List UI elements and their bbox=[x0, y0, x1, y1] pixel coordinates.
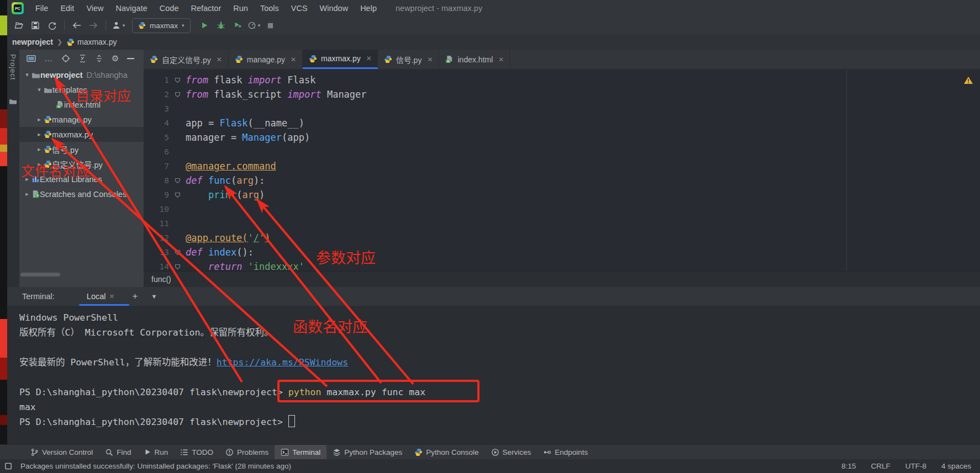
tool-button-python-packages[interactable]: Python Packages bbox=[326, 445, 408, 459]
tree-item-信号.py[interactable]: ▸信号.py bbox=[19, 142, 144, 157]
tool-button-run[interactable]: Run bbox=[138, 445, 175, 459]
chevron-down-icon[interactable]: ▼ bbox=[151, 293, 157, 300]
status-widget-CRLF[interactable]: CRLF bbox=[871, 462, 890, 470]
select-opened-file-icon[interactable] bbox=[27, 55, 36, 63]
fold-marker-icon[interactable] bbox=[169, 259, 186, 271]
layout-icon[interactable] bbox=[4, 462, 13, 470]
menu-run[interactable]: Run bbox=[227, 0, 254, 17]
run-configuration-select[interactable]: maxmax ▾ bbox=[132, 18, 191, 33]
tree-chevron-icon[interactable]: ▸ bbox=[35, 146, 44, 153]
tree-chevron-icon[interactable]: ▸ bbox=[23, 190, 31, 198]
menu-tools[interactable]: Tools bbox=[254, 0, 285, 17]
open-folder-icon[interactable] bbox=[12, 18, 26, 33]
terminal-tab-local[interactable]: Local ✕ bbox=[82, 287, 119, 306]
collapse-all-icon[interactable] bbox=[95, 54, 103, 63]
tree-item-Scratches and Consoles[interactable]: ▸Scratches and Consoles bbox=[19, 187, 144, 201]
warning-indicator-icon[interactable] bbox=[963, 76, 973, 87]
stop-icon[interactable] bbox=[264, 18, 278, 33]
tree-chevron-icon[interactable]: ▸ bbox=[23, 176, 31, 183]
tree-item-newproject[interactable]: ▾newprojectD:\shangha bbox=[19, 67, 144, 82]
fold-marker-icon[interactable] bbox=[169, 173, 186, 188]
editor-tab-信号.py[interactable]: 信号.py✕ bbox=[378, 50, 440, 69]
project-panel-toolbar: … ⚙ bbox=[19, 50, 144, 67]
code-line: 13def index(): bbox=[144, 245, 980, 259]
save-icon[interactable] bbox=[28, 18, 43, 33]
code-text: app = Flask(__name__) bbox=[186, 116, 304, 130]
new-terminal-icon[interactable]: + bbox=[133, 291, 138, 302]
status-message[interactable]: Packages uninstalled successfully: Unins… bbox=[20, 462, 291, 470]
menu-refactor[interactable]: Refactor bbox=[185, 0, 227, 17]
code-editor[interactable]: 1from flask import Flask2from flask_scri… bbox=[144, 70, 980, 271]
tool-button-services[interactable]: Services bbox=[485, 445, 538, 459]
tree-chevron-icon[interactable]: ▾ bbox=[35, 86, 44, 93]
breadcrumb-file[interactable]: maxmax.py bbox=[77, 38, 117, 46]
fold-marker-icon[interactable] bbox=[169, 87, 186, 102]
tool-button-version-control[interactable]: Version Control bbox=[24, 445, 99, 459]
close-icon[interactable]: ✕ bbox=[366, 55, 372, 62]
back-icon[interactable] bbox=[70, 18, 84, 33]
menu-edit[interactable]: Edit bbox=[54, 0, 80, 17]
run-icon[interactable] bbox=[197, 18, 212, 33]
close-icon[interactable]: ✕ bbox=[427, 56, 433, 63]
scratch-icon bbox=[31, 190, 40, 198]
line-number: 14 bbox=[144, 259, 169, 271]
close-icon[interactable]: ✕ bbox=[498, 56, 504, 63]
user-profile-icon[interactable]: ▾ bbox=[111, 18, 125, 33]
expand-all-icon[interactable] bbox=[78, 54, 87, 63]
close-icon[interactable]: ✕ bbox=[217, 56, 222, 63]
editor-tab-自定义信号.py[interactable]: 自定义信号.py✕ bbox=[144, 50, 229, 69]
status-widget-4spaces[interactable]: 4 spaces bbox=[941, 462, 971, 470]
libs-icon bbox=[31, 175, 40, 183]
menu-vcs[interactable]: VCS bbox=[285, 0, 314, 17]
tree-item-自定义信号.py[interactable]: ▸自定义信号.py bbox=[19, 157, 144, 172]
menu-navigate[interactable]: Navigate bbox=[110, 0, 154, 17]
menu-file[interactable]: File bbox=[29, 0, 54, 17]
settings-gear-icon[interactable]: ⚙ bbox=[112, 54, 119, 63]
profiler-icon[interactable]: ▾ bbox=[247, 18, 261, 33]
editor-tab-maxmax.py[interactable]: maxmax.py✕ bbox=[303, 50, 378, 69]
tree-item-maxmax.py[interactable]: ▸maxmax.py bbox=[19, 127, 144, 142]
more-options-icon[interactable]: … bbox=[44, 56, 53, 61]
menu-code[interactable]: Code bbox=[154, 0, 185, 17]
tree-chevron-icon[interactable]: ▸ bbox=[35, 161, 44, 168]
tool-button-find[interactable]: Find bbox=[99, 445, 137, 459]
tree-chevron-icon[interactable]: ▾ bbox=[23, 71, 31, 78]
editor-tab-index.html[interactable]: Hindex.html✕ bbox=[439, 50, 510, 69]
code-line: 9 print(arg) bbox=[144, 188, 980, 202]
tool-button-endpoints[interactable]: Endpoints bbox=[537, 445, 594, 459]
tree-item-External Libraries[interactable]: ▸External Libraries bbox=[19, 172, 144, 187]
editor-breadcrumb-func[interactable]: func() bbox=[151, 275, 171, 284]
editor-tab-manage.py[interactable]: manage.py✕ bbox=[229, 50, 303, 69]
tree-item-label: External Libraries bbox=[40, 175, 102, 184]
tree-chevron-icon[interactable]: ▸ bbox=[35, 131, 44, 138]
terminal-output[interactable]: Windows PowerShell版权所有（C） Microsoft Corp… bbox=[7, 306, 980, 429]
horizontal-scrollbar[interactable] bbox=[20, 273, 60, 277]
menu-help[interactable]: Help bbox=[354, 0, 383, 17]
tree-item-index.html[interactable]: Hindex.html bbox=[19, 97, 144, 112]
fold-marker-icon[interactable] bbox=[169, 73, 186, 87]
tool-button-problems[interactable]: Problems bbox=[219, 445, 275, 459]
close-icon[interactable]: ✕ bbox=[291, 56, 296, 63]
rail-project-button[interactable]: Project bbox=[9, 54, 17, 80]
locate-icon[interactable] bbox=[61, 54, 70, 63]
menu-view[interactable]: View bbox=[80, 0, 109, 17]
hide-panel-icon[interactable] bbox=[127, 57, 134, 60]
tree-item-templates[interactable]: ▾templates bbox=[19, 82, 144, 97]
tool-button-terminal[interactable]: Terminal bbox=[275, 445, 326, 459]
fold-marker-icon[interactable] bbox=[169, 188, 186, 202]
fold-marker-icon[interactable] bbox=[169, 245, 186, 259]
tool-button-python-console[interactable]: Python Console bbox=[408, 445, 484, 459]
status-widget-UTF8[interactable]: UTF-8 bbox=[905, 462, 926, 470]
terminal-link[interactable]: https://aka.ms/PSWindows bbox=[217, 357, 348, 368]
sync-icon[interactable] bbox=[45, 18, 59, 33]
close-icon[interactable]: ✕ bbox=[109, 293, 115, 300]
tree-item-manage.py[interactable]: ▸manage.py bbox=[19, 112, 144, 127]
debug-icon[interactable] bbox=[214, 18, 228, 33]
run-coverage-icon[interactable] bbox=[230, 18, 245, 33]
forward-icon[interactable] bbox=[86, 18, 101, 33]
tool-button-todo[interactable]: TODO bbox=[174, 445, 219, 459]
menu-window[interactable]: Window bbox=[314, 0, 355, 17]
tree-chevron-icon[interactable]: ▸ bbox=[35, 116, 44, 123]
status-widget-815[interactable]: 8:15 bbox=[841, 462, 856, 470]
breadcrumb-project[interactable]: newproject bbox=[12, 38, 53, 46]
